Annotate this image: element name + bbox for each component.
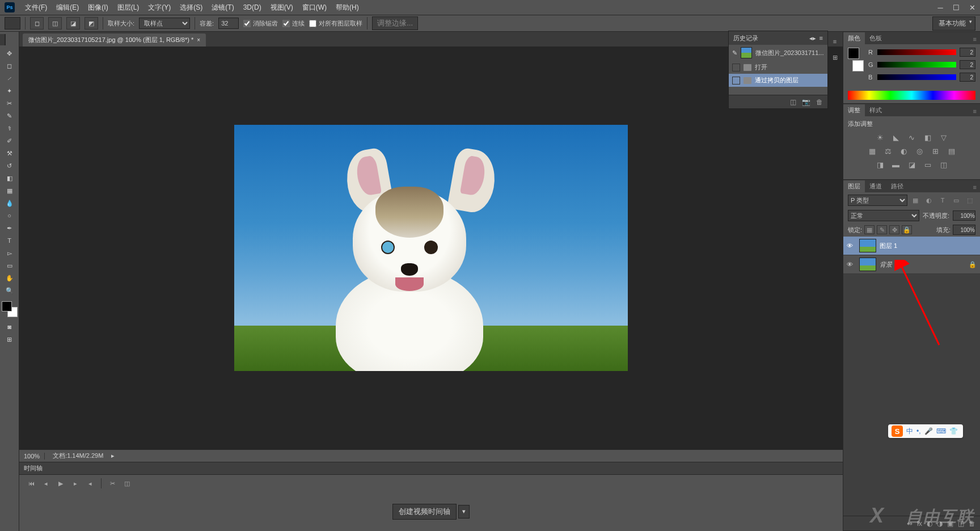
menu-select[interactable]: 选择(S) [175, 1, 207, 14]
crop-tool-icon[interactable]: ✂ [2, 97, 18, 109]
menu-filter[interactable]: 滤镜(T) [207, 1, 238, 14]
magic-wand-tool-icon[interactable]: ✦ [2, 85, 18, 97]
gradient-map-icon[interactable]: ▭ [923, 160, 933, 169]
ime-lang-icon[interactable]: 中 [906, 427, 913, 436]
history-panel-menu-icon[interactable]: ≡ [820, 35, 823, 42]
layer-name[interactable]: 图层 1 [880, 242, 977, 250]
hand-tool-icon[interactable]: ✋ [2, 272, 18, 284]
layer-row-layer1[interactable]: 👁 图层 1 [843, 237, 980, 255]
ime-mic-icon[interactable]: 🎤 [924, 427, 933, 435]
path-selection-tool-icon[interactable]: ▻ [2, 247, 18, 259]
canvas[interactable] [19, 47, 843, 449]
minimize-icon[interactable]: ─ [932, 1, 948, 14]
layer-filter-kind[interactable]: P 类型 [848, 195, 907, 206]
all-layers-checkbox[interactable] [309, 20, 316, 27]
menu-layer[interactable]: 图层(L) [113, 1, 144, 14]
threshold-icon[interactable]: ◪ [907, 160, 917, 169]
channel-mixer-icon[interactable]: ⊞ [931, 146, 941, 155]
lock-transparency-icon[interactable]: ▦ [864, 225, 875, 234]
create-timeline-dropdown-icon[interactable]: ▾ [458, 505, 470, 519]
timeline-prev-frame-icon[interactable]: ◂ [40, 478, 52, 488]
b-slider[interactable] [877, 74, 956, 80]
blend-mode-select[interactable]: 正常 [848, 210, 919, 221]
new-selection-icon[interactable]: ◻ [30, 17, 44, 30]
contiguous-checkbox[interactable] [282, 20, 290, 27]
status-arrow-icon[interactable]: ▸ [111, 452, 115, 460]
r-slider[interactable] [877, 49, 956, 55]
timeline-play-icon[interactable]: ▶ [54, 478, 67, 488]
menu-help[interactable]: 帮助(H) [331, 1, 364, 14]
close-tab-icon[interactable]: × [197, 37, 200, 43]
b-value-input[interactable] [960, 73, 975, 82]
layer-thumbnail[interactable] [859, 258, 876, 271]
color-spectrum[interactable] [848, 91, 975, 100]
color-bg-swatch[interactable] [852, 60, 864, 71]
lock-pixels-icon[interactable]: ✎ [877, 225, 887, 234]
tolerance-input[interactable] [218, 18, 239, 29]
history-collapse-icon[interactable]: ◂▸ [809, 35, 816, 42]
timeline-first-frame-icon[interactable]: ⏮ [25, 478, 37, 488]
filter-text-icon[interactable]: T [937, 195, 948, 205]
blur-tool-icon[interactable]: 💧 [2, 197, 18, 209]
lock-all-icon[interactable]: 🔒 [902, 225, 912, 234]
eyedropper-tool-icon[interactable]: ✎ [2, 109, 18, 122]
history-delete-icon[interactable]: 🗑 [816, 98, 823, 106]
vibrance-icon[interactable]: ▽ [939, 133, 949, 142]
menu-type[interactable]: 文字(Y) [143, 1, 175, 14]
tab-adjustments[interactable]: 调整 [843, 104, 865, 116]
dodge-tool-icon[interactable]: ○ [2, 209, 18, 222]
menu-edit[interactable]: 编辑(E) [52, 1, 83, 14]
tab-color[interactable]: 颜色 [843, 32, 865, 44]
history-brush-tool-icon[interactable]: ↺ [2, 159, 18, 172]
bw-icon[interactable]: ◐ [899, 146, 909, 155]
photo-filter-icon[interactable]: ◎ [915, 146, 925, 155]
tab-channels[interactable]: 通道 [865, 180, 886, 192]
tab-layers[interactable]: 图层 [843, 180, 865, 192]
ime-keyboard-icon[interactable]: ⌨ [936, 427, 946, 435]
move-tool-icon[interactable]: ✥ [2, 47, 18, 60]
menu-view[interactable]: 视图(V) [266, 1, 298, 14]
marquee-tool-icon[interactable]: ◻ [2, 60, 18, 72]
timeline-scissors-icon[interactable]: ✂ [106, 478, 119, 488]
color-swatches[interactable] [2, 301, 18, 317]
maximize-icon[interactable]: ☐ [948, 1, 964, 14]
layers-panel-menu-icon[interactable]: ≡ [970, 182, 980, 192]
shape-tool-icon[interactable]: ▭ [2, 259, 18, 272]
gradient-tool-icon[interactable]: ▦ [2, 184, 18, 197]
adjustments-panel-menu-icon[interactable]: ≡ [970, 106, 980, 116]
brightness-contrast-icon[interactable]: ☀ [875, 133, 885, 142]
exposure-icon[interactable]: ◧ [923, 133, 933, 142]
subtract-selection-icon[interactable]: ◪ [66, 17, 80, 30]
timeline-panel-tab[interactable]: 时间轴 [19, 462, 843, 474]
menu-window[interactable]: 窗口(W) [298, 1, 331, 14]
add-selection-icon[interactable]: ◫ [48, 17, 62, 30]
filter-smart-icon[interactable]: ⬚ [964, 195, 975, 205]
history-step-open[interactable]: 打开 [729, 61, 827, 74]
filter-pixel-icon[interactable]: ▦ [910, 195, 921, 205]
lock-position-icon[interactable]: ✥ [889, 225, 899, 234]
quick-mask-icon[interactable]: ◙ [2, 321, 18, 333]
invert-icon[interactable]: ◨ [875, 160, 885, 169]
pen-tool-icon[interactable]: ✒ [2, 222, 18, 234]
brush-presets-collapsed-icon[interactable]: ≡ [829, 36, 840, 47]
refine-edge-button[interactable]: 调整边缘... [372, 16, 418, 30]
clone-source-collapsed-icon[interactable]: ⊞ [829, 52, 840, 62]
history-step-copy-layer[interactable]: 通过拷贝的图层 [729, 74, 827, 87]
color-balance-icon[interactable]: ⚖ [883, 146, 893, 155]
ime-skin-icon[interactable]: 👕 [949, 427, 958, 435]
timeline-next-frame-icon[interactable]: ▸ [69, 478, 82, 488]
filter-adjust-icon[interactable]: ◐ [923, 195, 935, 205]
hue-sat-icon[interactable]: ▦ [867, 146, 877, 155]
create-video-timeline-button[interactable]: 创建视频时间轴 [392, 504, 457, 520]
r-value-input[interactable] [960, 48, 975, 57]
fill-input[interactable] [953, 225, 975, 235]
levels-icon[interactable]: ◣ [891, 133, 901, 142]
color-panel-menu-icon[interactable]: ≡ [970, 34, 980, 44]
zoom-level[interactable]: 100% [24, 453, 45, 460]
curves-icon[interactable]: ∿ [907, 133, 917, 142]
opacity-input[interactable] [953, 210, 975, 221]
foreground-color-swatch[interactable] [2, 301, 12, 311]
layer-thumbnail[interactable] [859, 239, 876, 252]
history-brush-source-icon[interactable]: ✎ [732, 49, 737, 57]
g-slider[interactable] [877, 62, 956, 68]
